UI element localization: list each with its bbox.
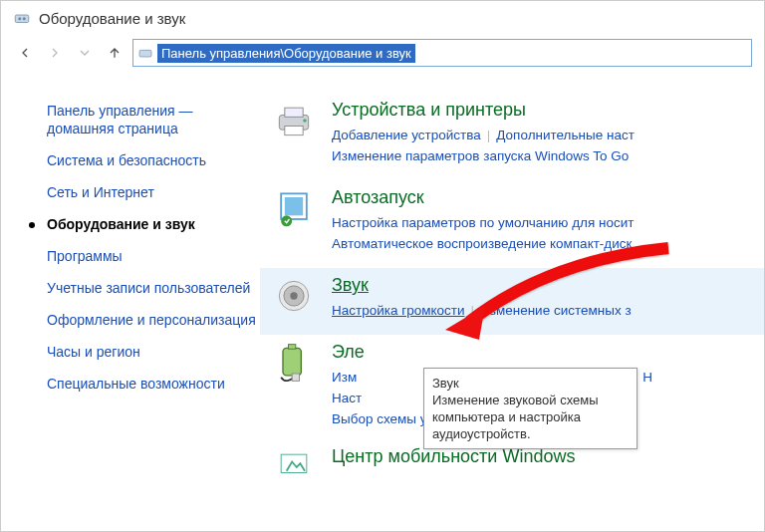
svg-rect-9 — [285, 197, 303, 215]
back-button[interactable] — [13, 41, 37, 65]
tooltip: Звук Изменение звуковой схемы компьютера… — [423, 368, 638, 449]
autoplay-icon — [272, 186, 316, 230]
address-path: Панель управления\Оборудование и звук — [157, 44, 415, 63]
svg-rect-6 — [285, 127, 303, 135]
svg-point-7 — [303, 119, 307, 123]
category-mobility: Центр мобильности Windows — [260, 443, 764, 503]
control-panel-icon — [13, 9, 31, 27]
sidebar-item-system-security[interactable]: Система и безопасность — [47, 144, 260, 176]
svg-point-2 — [23, 17, 26, 20]
category-title[interactable]: Устройства и принтеры — [332, 99, 764, 121]
mobility-icon — [272, 445, 316, 489]
svg-rect-5 — [285, 108, 303, 117]
content-area: Устройства и принтеры Добавление устройс… — [260, 77, 764, 521]
category-links: Настройка параметров по умолчанию для но… — [332, 212, 764, 254]
svg-point-13 — [290, 292, 297, 299]
sidebar-item-network[interactable]: Сеть и Интернет — [47, 176, 260, 208]
category-autoplay: Автозапуск Настройка параметров по умолч… — [260, 180, 764, 268]
category-title[interactable]: Автозапуск — [332, 186, 764, 208]
svg-rect-0 — [15, 15, 29, 23]
link-power-1[interactable]: Изм — [332, 370, 357, 385]
category-links: Настройка громкости|Изменение системных … — [332, 300, 764, 321]
address-icon — [133, 45, 157, 61]
link-add-device[interactable]: Добавление устройства — [332, 128, 481, 142]
svg-rect-3 — [139, 50, 151, 57]
battery-plug-icon — [272, 341, 316, 385]
svg-point-10 — [281, 215, 292, 226]
svg-point-1 — [18, 17, 21, 20]
window-title: Оборудование и звук — [39, 10, 185, 27]
link-windows-togo[interactable]: Изменение параметров запуска Windows To … — [332, 148, 629, 163]
category-devices-printers: Устройства и принтеры Добавление устройс… — [260, 93, 764, 180]
sidebar-item-personalization[interactable]: Оформление и персонализация — [47, 304, 260, 336]
link-power-3[interactable]: Наст — [332, 391, 362, 405]
category-title[interactable]: Звук — [332, 274, 764, 296]
link-additional[interactable]: Дополнительные наст — [496, 128, 635, 142]
link-system-sounds[interactable]: Изменение системных з — [480, 303, 632, 318]
sidebar: Панель управления — домашняя страница Си… — [1, 77, 260, 521]
address-bar[interactable]: Панель управления\Оборудование и звук — [132, 39, 752, 67]
sidebar-item-home[interactable]: Панель управления — домашняя страница — [47, 95, 260, 144]
printer-icon — [272, 99, 316, 142]
forward-button[interactable] — [43, 41, 67, 65]
sidebar-item-clock-region[interactable]: Часы и регион — [47, 336, 260, 368]
tooltip-title: Звук — [432, 375, 629, 392]
category-title[interactable]: Эле — [332, 341, 764, 363]
sidebar-item-users[interactable]: Учетные записи пользователей — [47, 272, 260, 304]
link-volume[interactable]: Настройка громкости — [332, 303, 464, 318]
svg-rect-15 — [289, 345, 296, 350]
svg-rect-14 — [283, 348, 301, 376]
navbar: Панель управления\Оборудование и звук — [1, 35, 764, 77]
up-button[interactable] — [103, 41, 127, 65]
link-default-params[interactable]: Настройка параметров по умолчанию для но… — [332, 215, 634, 230]
speaker-icon — [272, 274, 316, 318]
link-power-2[interactable]: Н — [642, 370, 652, 385]
recent-dropdown[interactable] — [73, 41, 97, 65]
link-autoplay-cd[interactable]: Автоматическое воспроизведение компакт-д… — [332, 236, 632, 251]
category-links: Добавление устройства|Дополнительные нас… — [332, 125, 764, 166]
svg-rect-16 — [292, 374, 299, 381]
sidebar-item-programs[interactable]: Программы — [47, 240, 260, 272]
category-sound: Звук Настройка громкости|Изменение систе… — [260, 268, 764, 335]
sidebar-item-accessibility[interactable]: Специальные возможности — [47, 368, 260, 399]
sidebar-item-hardware-sound[interactable]: Оборудование и звук — [47, 208, 260, 240]
titlebar: Оборудование и звук — [1, 1, 764, 35]
tooltip-body: Изменение звуковой схемы компьютера и на… — [432, 392, 629, 442]
